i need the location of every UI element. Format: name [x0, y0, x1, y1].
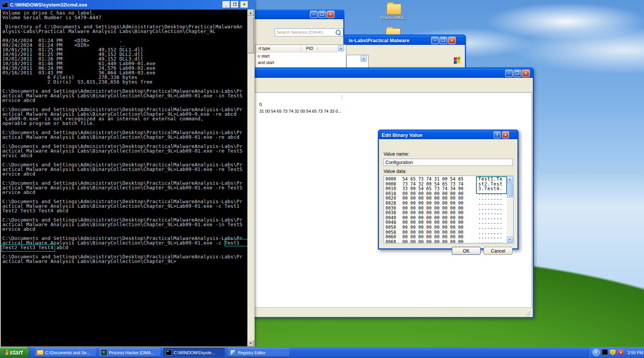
taskbar-button-label: Registry Editor [238, 350, 265, 355]
ok-button[interactable]: OK [452, 247, 481, 255]
clock[interactable]: 3:59 PM [628, 350, 643, 355]
scroll-up-icon[interactable]: ▲ [338, 45, 344, 51]
taskbar-button[interactable]: C:\WINDOWS\syste... [163, 348, 225, 357]
console-line: actical Malware Analysis Labs\BinaryColl… [1, 186, 247, 190]
security-alert-shield-icon[interactable]: × [618, 350, 624, 356]
annotation-box-ascii [476, 176, 507, 194]
help-icon[interactable]: ? [494, 131, 501, 138]
process-hacker-titlebar[interactable]: – ❒ × [252, 9, 344, 19]
value-data-label: Value data: [384, 169, 407, 174]
minimize-button[interactable]: _ [222, 1, 230, 8]
windows-flag-icon [454, 57, 460, 64]
console-output[interactable]: Volume in drive C has no label.Volume Se… [1, 10, 247, 347]
value-name-label: Value name: [384, 151, 409, 157]
column-pid[interactable]: PID [306, 46, 313, 51]
desktop-icon-practicalmal[interactable]: PracticalMal... [379, 2, 409, 20]
console-line: Volume Serial Number is 5479-A447 [1, 15, 247, 20]
cmd-icon [2, 2, 8, 8]
process-hacker-body: Search Services (Ctrl+K) rt type | PID |… [254, 19, 343, 70]
console-scrollbar[interactable]: ▲ ▼ [247, 10, 254, 347]
dialog-body: Value name: Value data: 000054 65 73 74 … [379, 139, 517, 248]
value-type-text: t) [259, 102, 262, 107]
console-line: alysis-Labs\Practical Malware Analysis L… [1, 29, 247, 34]
service-row[interactable]: o start [255, 53, 338, 59]
console-line: 2 Dir(s) 53,815,238,656 bytes free [1, 80, 247, 84]
minimize-button[interactable]: – [431, 37, 439, 44]
console-line: actical Malware Analysis Labs\BinaryColl… [1, 135, 247, 140]
annotation-box-test1 [224, 239, 247, 246]
scroll-up-icon[interactable]: ▲ [247, 10, 254, 16]
minimize-button[interactable]: – [505, 70, 513, 77]
hide-icons-chevron-icon[interactable]: ‹ [593, 349, 600, 356]
scroll-thumb[interactable] [507, 183, 513, 197]
close-button[interactable]: × [448, 37, 456, 44]
scroll-up-icon[interactable]: ▲ [361, 56, 367, 62]
minimize-button[interactable]: – [310, 11, 318, 18]
console-line: ervice abcd [1, 98, 247, 103]
close-icon[interactable]: × [502, 131, 509, 138]
dialog-title: Edit Binary Value [382, 132, 422, 138]
cmd-title: C:\WINDOWS\system32\cmd.exe [10, 2, 87, 8]
maximize-button[interactable]: ❒ [318, 11, 326, 18]
hex-row[interactable]: 002800 00 00 00 00 00 00 00........ [384, 201, 513, 206]
start-label: start [10, 349, 23, 356]
windows-flag-icon [3, 350, 8, 355]
edit-binary-value-dialog: Edit Binary Value ? × Value name: Value … [378, 130, 519, 250]
console-line: actical Malware Analysis Labs\BinaryColl… [1, 149, 247, 153]
maximize-button[interactable]: ❒ [514, 70, 521, 77]
services-list: rt type | PID | ▲ o startand start [255, 44, 346, 71]
hex-row[interactable]: 006000 00 00 00 00 00 00 00........ [384, 235, 513, 240]
close-button[interactable]: × [522, 70, 530, 77]
console-line: ervic abcd [1, 153, 247, 158]
scroll-thumb[interactable] [247, 16, 254, 53]
close-button[interactable]: × [327, 11, 334, 18]
console-line: ervice abcd [1, 190, 247, 195]
start-button[interactable]: start [0, 347, 29, 358]
console-line: actical Malware Analysis Labs\BinaryColl… [1, 94, 247, 98]
value-data-text[interactable]: 31 00 54 65 73 74 32 00 54 65 73 74 33 0… [259, 109, 341, 113]
console-line: operable program or batch file. [1, 121, 247, 126]
cmd-titlebar[interactable]: C:\WINDOWS\system32\cmd.exe _ ❐ × [0, 0, 255, 10]
annotation-box-test234 [1, 244, 55, 252]
scroll-down-icon[interactable]: ▼ [507, 236, 513, 243]
console-line: ervice abcd [1, 172, 247, 176]
taskbar: start C:\Documents and Se...Process Hack… [0, 347, 644, 358]
search-icon[interactable] [336, 30, 341, 35]
scroll-down-icon[interactable]: ▼ [247, 340, 254, 347]
column-separator [342, 94, 342, 100]
services-list-header[interactable]: rt type | PID | [255, 45, 338, 53]
hex-row[interactable]: 005000 00 00 00 00 00 00 00........ [384, 225, 513, 230]
close-button[interactable]: × [240, 1, 248, 8]
taskbar-button[interactable]: C:\Documents and Se... [35, 348, 96, 357]
restore-button[interactable]: ❐ [231, 1, 239, 8]
taskbar-button-label: C:\WINDOWS\syste... [174, 350, 215, 355]
taskbar-button-label: Process Hacker [OMA... [109, 350, 154, 355]
scroll-up-icon[interactable]: ▲ [507, 176, 513, 182]
system-tray: ‹ ! × 3:59 PM [589, 347, 644, 358]
folder-icon [387, 4, 401, 15]
taskbar-button[interactable]: Process Hacker [OMA... [99, 348, 160, 357]
taskbar-button-label: C:\Documents and Se... [45, 350, 90, 355]
maximize-button[interactable]: ❒ [440, 37, 447, 44]
resize-grip[interactable] [526, 311, 530, 316]
dialog-titlebar[interactable]: Edit Binary Value ? × [379, 131, 517, 139]
hex-row[interactable]: 003800 00 00 00 00 00 00 00........ [384, 210, 513, 215]
console-line: Test2 Test3 Test4 abcd [1, 209, 247, 213]
hexbox-scrollbar[interactable]: ▲ ▼ [507, 176, 513, 243]
security-warning-shield-icon[interactable]: ! [610, 350, 616, 356]
taskbar-button[interactable]: Registry Editor [228, 348, 289, 357]
cmd-window: C:\WINDOWS\system32\cmd.exe _ ❐ × Volume… [0, 0, 255, 347]
console-tray-icon[interactable] [602, 350, 608, 355]
value-data-hexbox[interactable]: 000054 65 73 74 31 00 54 65Test1.Te00087… [384, 176, 514, 243]
desktop-icon-label: PracticalMal... [379, 15, 409, 20]
desktop: PracticalMal... is-Labs\Practical Malwar… [0, 0, 644, 358]
service-row[interactable]: and start [255, 59, 338, 66]
cancel-button[interactable]: Cancel [484, 247, 512, 255]
process-hacker-window: – ❒ × Search Services (Ctrl+K) rt type |… [252, 9, 344, 70]
search-services-input[interactable]: Search Services (Ctrl+K) [275, 28, 343, 36]
column-start-type[interactable]: rt type [259, 46, 270, 51]
console-line: actical Malware Analysis Labs\BinaryColl… [1, 167, 247, 172]
value-name-input[interactable] [384, 159, 513, 166]
search-placeholder: Search Services (Ctrl+K) [277, 30, 323, 34]
hex-row[interactable]: 006800 00 00 00 00 00 00 00........ [384, 240, 513, 243]
